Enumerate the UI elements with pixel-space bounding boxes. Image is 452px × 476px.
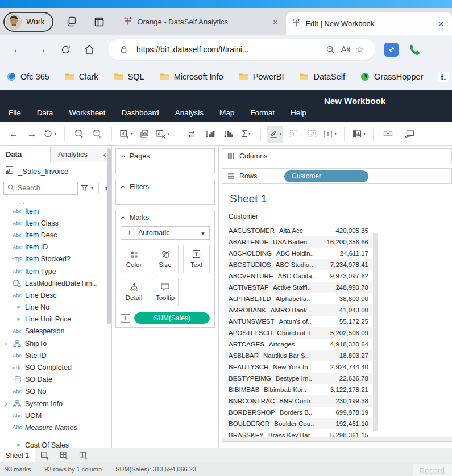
bookmark-dataself[interactable]: DataSelf <box>299 72 345 81</box>
field-measure-names[interactable]: AbcMeasure Names <box>0 421 111 433</box>
cell-size-icon[interactable]: ▾ <box>322 126 338 143</box>
field-item-stocked[interactable]: =T|FItem Stocked? <box>0 253 111 265</box>
show-hide-cards-icon[interactable]: ▾ <box>351 126 367 143</box>
field-item[interactable]: AbcItem <box>0 205 111 217</box>
view-horizontal-scrollbar[interactable] <box>222 437 452 441</box>
tab-analytics[interactable]: Analytics <box>50 146 98 162</box>
table-row[interactable]: ACTIVESTAFActive Staffi..248,990.78 <box>225 282 372 293</box>
field-site-id[interactable]: AbcSite ID <box>0 349 111 361</box>
table-row[interactable]: BIBIMBABBibimbab Kor..3,122,178.21 <box>225 384 372 395</box>
table-row[interactable]: AACUSTOMERAlta Ace420,005.35 <box>225 225 372 236</box>
zoom-out-icon[interactable] <box>323 45 338 55</box>
new-data-source-icon[interactable] <box>71 126 87 143</box>
table-row[interactable]: BORDERSHOPBorders B..699,978.19 <box>225 407 372 418</box>
field-shipto[interactable]: ›ShipTo <box>0 337 111 349</box>
vertical-tabs-icon[interactable] <box>88 12 110 31</box>
detail-button[interactable]: Detail <box>121 278 147 306</box>
duplicate-sheet-icon[interactable] <box>136 126 152 143</box>
tab-close-icon[interactable]: × <box>270 17 280 27</box>
data-source-item[interactable]: _Sales_Invoice <box>0 162 111 179</box>
menu-analysis[interactable]: Analysis <box>175 108 204 117</box>
field-item-desc[interactable]: AbcItem Desc <box>0 229 111 241</box>
table-column-header[interactable]: Customer <box>229 212 258 220</box>
lock-icon[interactable] <box>116 45 131 54</box>
forward-icon[interactable]: → <box>30 39 53 60</box>
workspaces-icon[interactable] <box>60 12 83 31</box>
browser-tab-orange[interactable]: Orange - DataSelf Analytics × <box>118 12 286 31</box>
menu-dashboard[interactable]: Dashboard <box>122 108 159 117</box>
menu-format[interactable]: Format <box>250 108 275 117</box>
field-line-unit-price[interactable]: =#Line Unit Price <box>0 314 111 325</box>
back-icon[interactable]: ← <box>6 39 30 60</box>
field-cost-of-sales[interactable]: =#Cost Of Sales <box>0 440 111 448</box>
menu-worksheet[interactable]: Worksheet <box>69 108 105 117</box>
rows-shelf[interactable]: Rows Customer <box>222 168 452 184</box>
field-line-no[interactable]: =#Line No <box>0 302 111 314</box>
filters-card[interactable]: Filters <box>115 179 215 205</box>
field-filter-icon[interactable]: ▾ <box>81 185 93 191</box>
field-so-date[interactable]: SO Date <box>0 374 111 386</box>
swap-rows-columns-icon[interactable] <box>184 126 200 143</box>
presentation-mode-icon[interactable] <box>401 126 417 143</box>
browser-profile-button[interactable]: Work <box>3 12 53 32</box>
table-row[interactable]: BOULDERCRBoulder Cou..192,451.10 <box>225 418 372 429</box>
home-icon[interactable] <box>77 39 101 60</box>
read-aloud-icon[interactable] <box>338 45 353 54</box>
color-button[interactable]: Color <box>121 245 147 273</box>
table-row[interactable]: APOSTELSCHChurch of T..5,202,506.09 <box>225 327 372 339</box>
mark-type-dropdown[interactable]: T Automatic ▼ <box>121 226 210 240</box>
table-row[interactable]: ARTCAGESArtcages4,918,330.64 <box>225 339 372 350</box>
redo-icon[interactable]: → <box>24 126 40 143</box>
tab-data[interactable]: Data <box>0 146 50 162</box>
expander-icon[interactable]: › <box>3 400 9 408</box>
field-item-id[interactable]: AbcItem ID <box>0 241 111 253</box>
new-dashboard-tab-icon[interactable] <box>55 448 74 462</box>
sort-ascending-icon[interactable] <box>202 126 218 143</box>
data-pane-scrollbar[interactable] <box>107 148 111 324</box>
bookmark-microsoft-info[interactable]: Microsoft Info <box>160 72 223 81</box>
clear-sheet-icon[interactable]: ▾ <box>155 126 171 143</box>
refresh-icon[interactable] <box>53 39 77 60</box>
table-row[interactable]: AMROBANKAMRO Bank ..41,043.00 <box>225 304 372 316</box>
search-input[interactable] <box>18 184 63 192</box>
new-story-tab-icon[interactable] <box>74 448 93 462</box>
replay-icon[interactable]: ▾ <box>42 126 58 143</box>
fix-axes-icon[interactable] <box>304 126 320 143</box>
new-worksheet-tab-icon[interactable] <box>35 448 55 462</box>
url-text[interactable]: https://bi1.dataself.com/t/traini... <box>136 45 249 54</box>
pages-card[interactable]: Pages <box>115 148 215 174</box>
bookmark-grasshopper[interactable]: GrassHopper <box>360 72 423 81</box>
field-so-completed[interactable]: =T|FSO Completed <box>0 361 111 373</box>
field-salesperson[interactable]: AbcSalesperson <box>0 325 111 337</box>
table-row[interactable]: ABCHOLDINGABC Holdin..24,611.17 <box>225 248 372 259</box>
table-row[interactable]: ALPHABETLDAlphabetla..38,800.00 <box>225 293 372 304</box>
field-uom[interactable]: AbcUOM <box>0 410 111 421</box>
table-row[interactable]: ABCSTUDIOSABC Studio..7,234,978.41 <box>225 259 372 270</box>
table-row[interactable]: ABARTENDEUSA Barten..16,200,356.66 <box>225 236 372 248</box>
size-button[interactable]: Size <box>152 245 179 273</box>
field-item-class[interactable]: AbcItem Class <box>0 217 111 229</box>
table-row[interactable]: BNRCONTRACBNR Contr..230,199.38 <box>225 395 372 407</box>
field-line-desc[interactable]: AbcLine Desc <box>0 289 111 301</box>
field-lastmodifieddatetim[interactable]: LastModifiedDateTim... <box>0 277 111 289</box>
menu-data[interactable]: Data <box>37 108 53 117</box>
address-bar[interactable]: https://bi1.dataself.com/t/traini... ☆ <box>108 39 375 60</box>
totals-icon[interactable]: Σ▾ <box>238 126 254 143</box>
columns-shelf[interactable]: Columns <box>222 148 452 164</box>
browser-tab-edit-workbook[interactable]: Edit | New Workbook × <box>286 12 452 35</box>
tooltip-button[interactable]: Tooltip <box>152 278 179 306</box>
menu-help[interactable]: Help <box>291 108 306 117</box>
customer-pill[interactable]: Customer <box>284 170 368 182</box>
field-item-type[interactable]: AbcItem Type <box>0 265 111 277</box>
search-input-box[interactable] <box>3 182 78 195</box>
sum-sales-pill[interactable]: SUM(Sales) <box>134 312 210 324</box>
sheet-tab-active[interactable]: Sheet 1 <box>0 448 35 462</box>
table-vertical-scrollbar[interactable] <box>373 233 378 431</box>
menu-map[interactable]: Map <box>219 108 234 117</box>
bookmark-powerbi[interactable]: PowerBI <box>239 72 284 81</box>
bookmark-clark[interactable]: Clark <box>65 72 98 81</box>
pause-auto-updates-icon[interactable] <box>89 126 105 143</box>
table-row[interactable]: BEAUTYSCHNew York In..2,924,744.40 <box>225 361 372 373</box>
menu-file[interactable]: File <box>9 108 21 117</box>
field-system-info[interactable]: ›System Info <box>0 398 111 410</box>
